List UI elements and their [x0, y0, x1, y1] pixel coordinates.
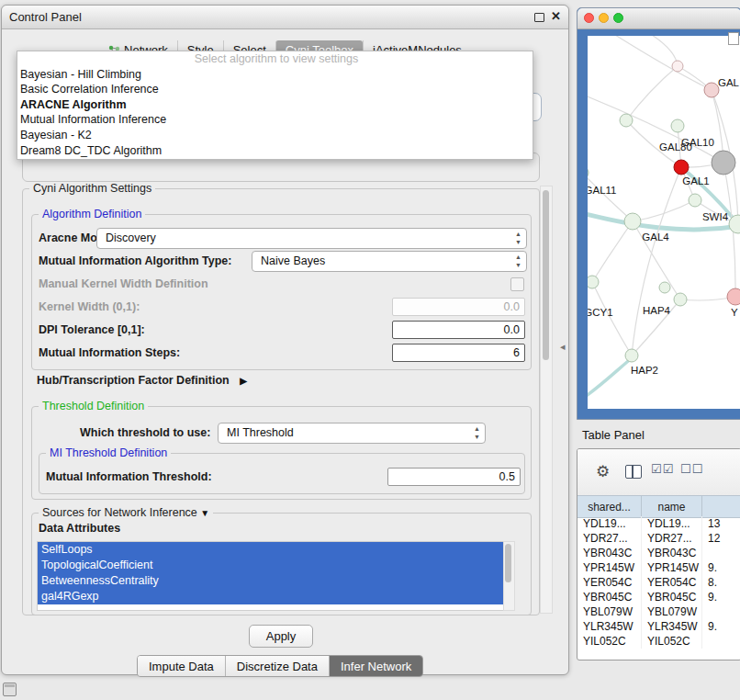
table-cell: 9. [702, 560, 740, 575]
network-window-titlebar[interactable] [577, 8, 740, 29]
zoom-traffic-light[interactable] [613, 13, 623, 23]
network-node[interactable] [624, 213, 641, 230]
table-row[interactable]: YDR27...YDR27...12 [577, 531, 740, 546]
table-panel-label: Table Panel [582, 428, 645, 442]
dropdown-item-mutual-information-inference[interactable]: Mutual Information Inference [17, 112, 533, 128]
table-row[interactable]: YBR043CYBR043C [577, 546, 740, 560]
panel-collapse-arrow[interactable]: ◂ [560, 341, 566, 353]
network-node[interactable] [659, 282, 670, 293]
settings-scrollbar-thumb[interactable] [543, 190, 549, 360]
float-window-icon[interactable] [534, 13, 544, 22]
deselect-all-boxes-icon[interactable]: ☐☐ [680, 462, 703, 476]
dpi-tolerance-field[interactable] [392, 321, 525, 339]
bottom-tab-discretize-data[interactable]: Discretize Data [225, 656, 329, 676]
attribute-item-topologicalcoefficient[interactable]: TopologicalCoefficient [38, 558, 504, 573]
settings-scrollbar[interactable] [540, 186, 553, 614]
columns-icon[interactable] [625, 465, 642, 479]
table-cell: YBR043C [577, 546, 642, 560]
manual-kernel-checkbox[interactable] [510, 277, 524, 291]
bottom-tab-bar: Impute DataDiscretize DataInfer Network [137, 655, 423, 677]
node-label-gcy1: GCY1 [588, 307, 613, 318]
mi-steps-label: Mutual Information Steps: [39, 346, 180, 359]
dropdown-item-dream8-dc-tdc-algorithm[interactable]: Dream8 DC_TDC Algorithm [17, 143, 533, 159]
dropdown-item-aracne-algorithm[interactable]: ARACNE Algorithm [17, 97, 533, 113]
panel-dock-icon[interactable] [3, 683, 17, 696]
network-node[interactable] [689, 194, 701, 207]
dropdown-item-bayesian-k2[interactable]: Bayesian - K2 [17, 128, 533, 143]
table-cell: YDR27... [642, 531, 702, 546]
table-cell: YBR045C [577, 590, 642, 604]
bottom-tab-infer-network[interactable]: Infer Network [329, 656, 422, 676]
kernel-width-field[interactable] [392, 298, 525, 316]
network-view-window: GALGAL80GAL10GAL11GAL1SWI4GAL4GCY1HAP4YH… [577, 7, 740, 420]
table-body: YDL19...YDL19...13YDR27...YDR27...12YBR0… [577, 516, 740, 660]
network-node[interactable] [674, 160, 689, 175]
mi-threshold-label: Mutual Information Threshold: [46, 470, 212, 483]
table-row[interactable]: YBL079WYBL079W [577, 604, 740, 619]
node-label-gal10: GAL10 [681, 137, 714, 148]
network-overview-box[interactable] [728, 32, 739, 45]
mi-threshold-field[interactable] [387, 468, 521, 486]
table-row[interactable]: YLR345WYLR345W9. [577, 619, 740, 634]
network-edge [588, 93, 723, 163]
network-node[interactable] [588, 166, 589, 179]
which-threshold-select[interactable]: MI Threshold ▲▼ [218, 423, 486, 444]
network-node[interactable] [727, 288, 740, 305]
network-node[interactable] [672, 61, 683, 72]
network-node[interactable] [620, 114, 633, 127]
network-node[interactable] [712, 151, 735, 175]
node-label-hap2: HAP2 [631, 365, 658, 376]
close-traffic-light[interactable] [584, 13, 594, 23]
column-header-name[interactable]: name [642, 496, 702, 517]
table-cell: YPR145W [642, 560, 702, 575]
network-node[interactable] [704, 83, 719, 97]
table-row[interactable]: YPR145WYPR145W9. [577, 560, 740, 575]
group-title: Cyni Algorithm Settings [29, 182, 155, 195]
network-node[interactable] [588, 276, 599, 288]
dropdown-item-basic-correlation-inference[interactable]: Basic Correlation Inference [17, 82, 533, 97]
manual-kernel-label: Manual Kernel Width Definition [39, 277, 208, 290]
group-title: Algorithm Definition [39, 208, 145, 220]
minimize-traffic-light[interactable] [599, 13, 609, 23]
dropdown-item-bayesian-hill-climbing[interactable]: Bayesian - Hill Climbing [17, 67, 533, 83]
attribute-item-selfloops[interactable]: SelfLoops [38, 542, 504, 558]
table-cell: YDL19... [577, 516, 642, 531]
table-cell: 8. [702, 575, 740, 590]
control-panel-titlebar[interactable]: Control Panel ✕ [2, 6, 568, 29]
gear-icon[interactable]: ⚙ [596, 462, 610, 481]
mi-type-select[interactable]: Naive Bayes ▲▼ [252, 251, 527, 272]
table-cell: YER054C [642, 575, 702, 590]
attribute-item-gal4rgexp[interactable]: gal4RGexp [38, 589, 504, 604]
network-canvas[interactable]: GALGAL80GAL10GAL11GAL1SWI4GAL4GCY1HAP4YH… [588, 36, 740, 409]
mi-steps-field[interactable] [392, 344, 525, 362]
column-header-2[interactable] [702, 496, 740, 517]
network-edge [645, 36, 678, 66]
table-row[interactable]: YDL19...YDL19...13 [577, 516, 740, 531]
attribute-item-betweennesscentrality[interactable]: BetweennessCentrality [38, 573, 504, 589]
node-label-swi4: SWI4 [702, 211, 729, 222]
table-cell: 9. [702, 590, 740, 604]
mi-type-label: Mutual Information Algorithm Type: [39, 254, 231, 267]
list-scrollbar-thumb[interactable] [505, 544, 511, 582]
bottom-tab-impute-data[interactable]: Impute Data [138, 656, 225, 676]
hub-definition-toggle[interactable]: Hub/Transcription Factor Definition ▶ [37, 374, 247, 387]
network-node[interactable] [674, 293, 687, 306]
table-cell: YBL079W [577, 604, 642, 619]
table-header: shared...name [577, 495, 740, 518]
aracne-mode-select[interactable]: Discovery ▲▼ [96, 228, 527, 249]
table-cell: YPR145W [577, 560, 642, 575]
select-all-checks-icon[interactable]: ☑☑ [651, 462, 674, 476]
table-row[interactable]: YER054CYER054C8. [577, 575, 740, 590]
sources-toggle[interactable]: Sources for Network Inference ▼ [39, 506, 213, 519]
network-node[interactable] [625, 349, 638, 362]
list-scrollbar[interactable] [503, 541, 515, 611]
network-edge [592, 221, 633, 282]
network-node[interactable] [671, 119, 684, 132]
table-row[interactable]: YIL052CYIL052C [577, 634, 740, 649]
network-edge [626, 66, 678, 120]
close-icon[interactable]: ✕ [551, 9, 561, 23]
apply-button[interactable]: Apply [249, 625, 313, 648]
table-row[interactable]: YBR045CYBR045C9. [577, 590, 740, 604]
table-cell: YDL19... [642, 516, 702, 531]
column-header-shared[interactable]: shared... [577, 496, 642, 517]
